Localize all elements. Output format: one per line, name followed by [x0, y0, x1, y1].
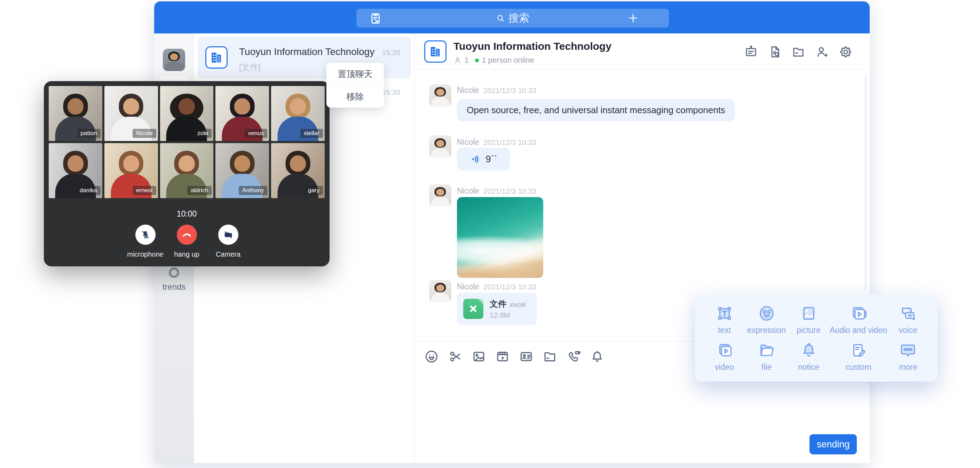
voice-icon — [899, 304, 917, 323]
message-time: 2021/12/3 10:33 — [484, 187, 536, 195]
message-search-icon[interactable] — [767, 45, 782, 59]
participant-tile: Nicole — [104, 86, 158, 141]
settings-gear-icon[interactable] — [838, 45, 853, 59]
popup-item-more[interactable]: more — [887, 338, 929, 375]
folder-icon[interactable] — [791, 45, 806, 59]
contact-card-icon[interactable] — [519, 349, 534, 364]
avatar[interactable] — [429, 280, 451, 302]
participant-tile: gary — [271, 143, 325, 198]
participant-tile: zole — [160, 86, 214, 141]
popup-item-picture[interactable]: picture — [788, 301, 830, 338]
file-folder-icon[interactable] — [542, 349, 557, 364]
popup-item-expression[interactable]: expression — [745, 301, 788, 338]
sender-name: Nicole — [457, 186, 479, 195]
voice-message-bubble[interactable]: 9`` — [457, 148, 510, 171]
chat-subtitle: 1 1 person online — [453, 56, 534, 65]
participant-tile: Anthony — [215, 143, 269, 198]
participant-name: Anthony — [239, 186, 267, 195]
add-member-icon[interactable] — [815, 45, 829, 59]
expression-icon — [757, 304, 776, 323]
participant-name: stellar — [300, 129, 323, 138]
message-meta: Nicole2021/12/3 10:33 — [457, 282, 536, 291]
message-time: 2021/12/3 10:33 — [484, 138, 536, 146]
emoji-icon[interactable] — [424, 349, 439, 364]
video-clapper-icon[interactable] — [495, 349, 510, 364]
avatar[interactable] — [429, 184, 451, 206]
popup-item-notice[interactable]: notice — [788, 338, 830, 375]
conversation-time: 15:20 — [382, 48, 400, 57]
message-meta: Nicole2021/12/3 10:33 — [457, 137, 536, 147]
sidebar-item-trends[interactable]: trends — [154, 267, 194, 292]
scrollbar[interactable] — [865, 75, 867, 290]
message-time: 2021/12/3 10:33 — [484, 86, 536, 94]
avatar[interactable] — [429, 84, 451, 107]
announcement-icon[interactable] — [744, 45, 758, 59]
trends-label: trends — [154, 282, 194, 292]
group-avatar — [205, 46, 228, 69]
video-icon — [715, 341, 734, 360]
hang-up-icon — [181, 229, 193, 241]
file-icon — [757, 341, 776, 360]
excel-file-icon — [463, 299, 484, 319]
camera-off-icon — [223, 230, 234, 240]
menu-item-pin-chat[interactable]: 置顶聊天 — [326, 63, 384, 85]
search-bar[interactable]: 搜索 — [356, 9, 669, 27]
picture-icon — [799, 304, 818, 323]
chat-group-avatar[interactable] — [424, 40, 447, 63]
image-icon[interactable] — [471, 349, 487, 364]
image-message-beach[interactable] — [457, 197, 543, 278]
sender-name: Nicole — [457, 282, 479, 291]
popup-item-text[interactable]: text — [703, 301, 745, 338]
search-icon — [496, 14, 505, 22]
send-button[interactable]: sending — [810, 434, 857, 454]
plus-icon[interactable] — [627, 12, 639, 24]
call-icon[interactable] — [566, 349, 581, 364]
menu-item-remove[interactable]: 移除 — [326, 85, 384, 108]
participant-name: patton — [77, 129, 100, 138]
notification-bell-icon[interactable] — [590, 349, 605, 364]
participant-tile: patton — [49, 86, 102, 141]
page: 搜索 trends — [0, 0, 980, 468]
popup-item-custom[interactable]: custom — [830, 338, 887, 375]
call-controls: microphone hang up — [44, 225, 329, 259]
popup-item-video[interactable]: video — [703, 338, 745, 375]
file-name: 文件.excel — [490, 299, 526, 310]
camera-label: Camera — [216, 250, 240, 259]
camera-toggle-button[interactable] — [218, 225, 239, 245]
popup-item-voice[interactable]: voice — [887, 301, 929, 338]
conversation-time: 15:20 — [382, 88, 400, 96]
file-ext: .excel — [508, 301, 526, 308]
avatar[interactable] — [429, 136, 451, 158]
video-call-window: patton Nicole zole venus stellar danika — [44, 81, 329, 267]
voice-wave-icon — [470, 153, 482, 165]
chat-header: Tuoyun Information Technology 1 1 person… — [414, 34, 870, 70]
popup-item-audio-video[interactable]: Audio and video — [830, 301, 887, 338]
sender-name: Nicole — [457, 137, 479, 147]
popup-item-file[interactable]: file — [745, 338, 788, 375]
participant-name: Nicole — [133, 129, 156, 138]
search-field[interactable]: 搜索 — [356, 9, 669, 27]
audio-video-icon — [849, 304, 868, 323]
participant-name: zole — [194, 129, 212, 138]
file-message-card[interactable]: 文件.excel 12.8M — [457, 293, 537, 325]
notice-bell-icon — [799, 341, 818, 360]
screenshot-scissors-icon[interactable] — [447, 349, 463, 364]
message-meta: Nicole2021/12/3 10:33 — [457, 86, 536, 95]
participant-tile: ernest — [104, 143, 158, 198]
voice-duration: 9`` — [486, 154, 497, 165]
participant-tile: aldrich — [160, 143, 214, 198]
participant-tile: venus — [215, 86, 269, 141]
chat-header-actions — [744, 45, 853, 59]
conversation-context-menu: 置顶聊天 移除 — [326, 63, 384, 108]
chat-title: Tuoyun Information Technology — [453, 40, 611, 52]
company-buildings-icon — [209, 50, 224, 65]
online-dot — [475, 59, 479, 62]
message-meta: Nicole2021/12/3 10:33 — [457, 186, 536, 196]
profile-avatar[interactable] — [163, 49, 185, 71]
participant-name: venus — [245, 129, 267, 138]
microphone-mute-button[interactable] — [135, 225, 156, 245]
microphone-label: microphone — [127, 250, 164, 259]
message-time: 2021/12/3 10:33 — [484, 283, 536, 291]
hang-up-button[interactable] — [177, 225, 197, 245]
mic-off-icon — [140, 230, 151, 240]
